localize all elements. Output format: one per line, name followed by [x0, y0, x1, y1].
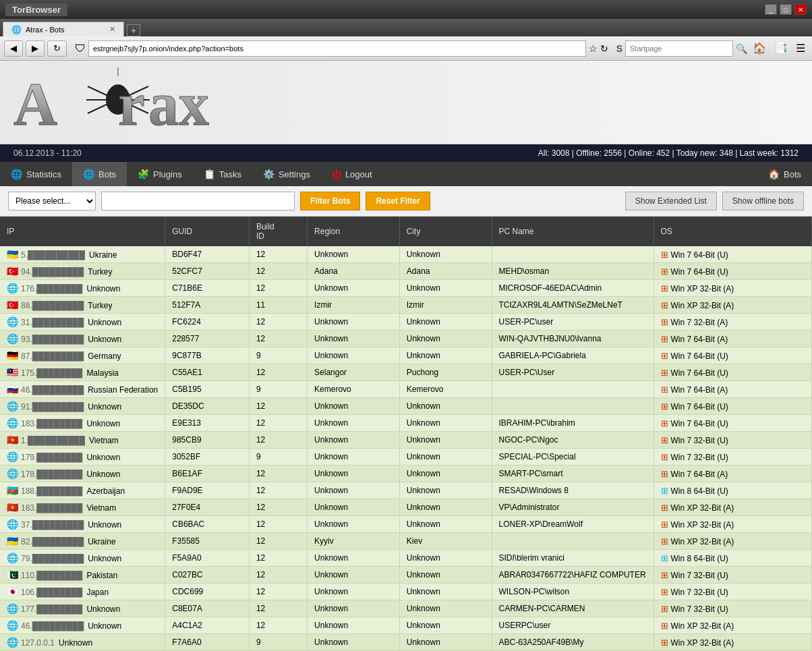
os-windows8-icon: ⊞ [661, 553, 668, 563]
back-button[interactable]: ◀ [4, 40, 23, 57]
search-bar[interactable] [625, 40, 733, 57]
address-bar[interactable] [88, 40, 586, 57]
ip-text: 1.██████████ [21, 436, 85, 445]
browser-title: TorBrowser [5, 3, 67, 16]
close-button[interactable]: ✕ [794, 4, 807, 15]
star-icon[interactable]: ☆ [589, 43, 598, 54]
table-row[interactable]: 🌐31.█████████UnknownFC622412UnknownUnkno… [0, 314, 812, 331]
country-text: Unknown [86, 284, 120, 293]
city-cell: Unknown [399, 550, 492, 567]
filter-select[interactable]: Please select... [8, 192, 96, 210]
table-row[interactable]: 🌐178.████████UnknownB6E1AF12UnknownUnkno… [0, 465, 812, 482]
flag-icon: 🇲🇾 [7, 367, 18, 378]
table-row[interactable]: 🌐93.█████████Unknown22857712UnknownUnkno… [0, 331, 812, 347]
table-row[interactable]: 🌐176.████████UnknownC71B6E12UnknownUnkno… [0, 280, 812, 297]
filter-bar: Please select... Filter Bots Reset Filte… [0, 186, 812, 217]
forward-button[interactable]: ▶ [26, 40, 45, 57]
os-text: Win XP 32-Bit (A) [671, 537, 734, 546]
menu-icon[interactable]: ☰ [796, 42, 805, 55]
active-tab[interactable]: 🌐 Atrax - Bots ✕ [3, 22, 124, 36]
table-row[interactable]: 🌐127.0.0.1UnknownF7A6A09UnknownUnknownAB… [0, 634, 812, 651]
table-row[interactable]: 🌐179.████████Unknown3052BF9UnknownUnknow… [0, 449, 812, 465]
build-cell: 12 [249, 516, 307, 533]
filter-bots-button[interactable]: Filter Bots [300, 192, 360, 210]
table-row[interactable]: 🇲🇾175.████████MalaysiaC55AE112SelangorPu… [0, 364, 812, 381]
logo-area: A r ax [13, 67, 270, 137]
ip-cell: 🇹🇷88.█████████Turkey [0, 297, 165, 314]
nav-bots-right-label: Bots [784, 169, 801, 179]
ip-text: 183.████████ [21, 503, 82, 513]
table-row[interactable]: 🌐79.█████████UnknownF5A9A012UnknownUnkno… [0, 550, 812, 567]
flag-icon: 🇵🇰 [7, 569, 18, 580]
os-cell: ⊞Win 7 64-Bit (A) [654, 381, 812, 398]
nav-bots-right[interactable]: 🏠 Bots [757, 162, 812, 186]
pcname-cell: TCIZAXR9L4LAMTN\SeZMeLNeT [492, 297, 654, 314]
table-row[interactable]: 🇺🇦82.█████████UkraineF3558512KyyivKiev⊞W… [0, 533, 812, 550]
refresh-button[interactable]: ↻ [47, 40, 67, 57]
table-row[interactable]: 🇯🇵106.████████JapanCDC69912UnknownUnknow… [0, 584, 812, 600]
table-row[interactable]: 🇹🇷88.█████████Turkey512F7A11IzmirIzmirTC… [0, 297, 812, 314]
new-tab-button[interactable]: + [127, 24, 140, 36]
filter-input[interactable] [101, 192, 295, 210]
table-row[interactable]: 🇵🇰110.████████PakistanC027BC12UnknownUnk… [0, 567, 812, 584]
country-text: Unknown [88, 621, 121, 631]
region-cell: Unknown [308, 617, 400, 634]
bookmark-icon[interactable]: 📑 [774, 42, 788, 55]
nav-statistics[interactable]: 🌐 Statistics [0, 162, 72, 186]
table-row[interactable]: 🌐177.████████UnknownC8E07A12UnknownUnkno… [0, 600, 812, 617]
reset-filter-button[interactable]: Reset Filter [366, 192, 430, 210]
table-row[interactable]: 🇺🇦5.██████████UkraineBD6F4712UnknownUnkn… [0, 246, 812, 263]
region-cell: Unknown [308, 347, 400, 364]
city-cell: Puchong [399, 364, 492, 381]
city-cell: Unknown [399, 432, 492, 449]
table-row[interactable]: 🇷🇺46.█████████Russian FederationC5B1959K… [0, 381, 812, 398]
table-row[interactable]: 🇩🇪87.█████████Germany9C877B9UnknownUnkno… [0, 347, 812, 364]
flag-icon: 🌐 [7, 418, 18, 428]
show-offline-bots-button[interactable]: Show offline bots [722, 192, 804, 210]
nav-settings[interactable]: ⚙️ Settings [252, 162, 321, 186]
ip-text: 110.████████ [21, 571, 82, 580]
minimize-button[interactable]: _ [765, 4, 777, 15]
tab-close-icon[interactable]: ✕ [109, 25, 115, 34]
table-row[interactable]: 🌐91.█████████UnknownDE35DC12UnknownUnkno… [0, 398, 812, 415]
pcname-cell: LONER-XP\DreamWolf [492, 516, 654, 533]
os-text: Win 7 32-Bit (U) [671, 453, 728, 462]
nav-logout[interactable]: ⏻ Logout [321, 162, 383, 186]
reload-icon[interactable]: ↻ [600, 43, 608, 54]
os-windows-icon: ⊞ [661, 266, 668, 277]
flag-icon: 🇺🇦 [7, 249, 18, 260]
ip-text: 46.█████████ [21, 385, 84, 395]
pcname-cell: MEHD\osman [492, 263, 654, 280]
maximize-button[interactable]: □ [780, 4, 792, 15]
os-windows-icon: ⊞ [661, 418, 668, 428]
table-row[interactable]: 🇻🇳183.████████Vietnam27F0E412UnknownUnkn… [0, 499, 812, 516]
nav-tasks[interactable]: 📋 Tasks [193, 162, 252, 186]
search-icon[interactable]: 🔍 [736, 43, 747, 54]
table-row[interactable]: 🇹🇷94.█████████Turkey52CFC712AdanaAdanaME… [0, 263, 812, 280]
nav-bots[interactable]: 🌐 Bots [72, 162, 127, 186]
home-icon[interactable]: 🏠 [753, 42, 766, 55]
ip-cell: 🌐178.████████Unknown [0, 465, 165, 482]
ip-text: 176.████████ [21, 284, 82, 293]
os-windows-icon: ⊞ [661, 385, 668, 395]
city-cell: Unknown [399, 246, 492, 263]
os-text: Win XP 32-Bit (A) [671, 503, 734, 513]
table-row[interactable]: 🌐37.█████████UnknownCB6BAC12UnknownUnkno… [0, 516, 812, 533]
table-row[interactable]: 🌐46.█████████UnknownA4C1A212UnknownUnkno… [0, 617, 812, 634]
os-windows8-icon: ⊞ [661, 486, 668, 496]
table-row[interactable]: 🇻🇳1.██████████Vietnam985CB912UnknownUnkn… [0, 432, 812, 449]
region-cell: Unknown [308, 449, 400, 465]
ip-text: 31.█████████ [21, 318, 84, 327]
table-row[interactable]: 🌐183.████████UnknownE9E31312UnknownUnkno… [0, 415, 812, 432]
table-row[interactable]: 🇦🇿188.████████AzerbaijanF9AD9E12UnknownU… [0, 482, 812, 499]
nav-plugins[interactable]: 🧩 Plugins [127, 162, 193, 186]
col-buildid: BuildID [249, 217, 307, 246]
ip-cell: 🌐93.█████████Unknown [0, 331, 165, 347]
os-text: Win 7 32-Bit (U) [671, 571, 728, 580]
country-text: Ukraine [89, 250, 117, 260]
os-windows-icon: ⊞ [661, 283, 668, 293]
build-cell: 12 [249, 584, 307, 600]
os-windows-icon: ⊞ [661, 638, 668, 648]
logo-svg: A r ax [13, 67, 270, 135]
show-extended-list-button[interactable]: Show Extended List [625, 192, 717, 210]
